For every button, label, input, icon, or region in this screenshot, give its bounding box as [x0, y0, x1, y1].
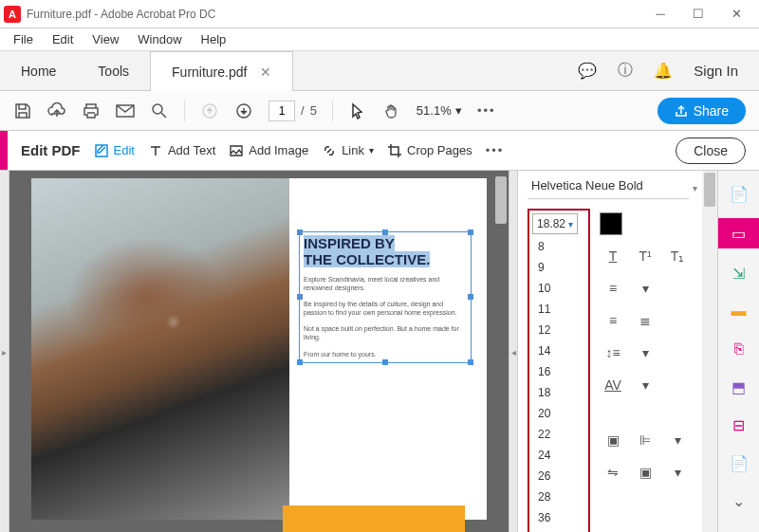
rail-redact-icon[interactable]: ⊟	[726, 412, 752, 438]
size-option[interactable]: 20	[532, 403, 585, 424]
size-option[interactable]: 28	[532, 486, 585, 507]
char-spacing-icon[interactable]: AV	[600, 374, 626, 396]
print-icon[interactable]	[82, 102, 101, 119]
size-option[interactable]: 11	[532, 299, 585, 320]
size-option[interactable]: 16	[532, 361, 585, 382]
minimize-button[interactable]: ─	[641, 0, 679, 28]
tab-home[interactable]: Home	[0, 51, 77, 91]
bell-icon[interactable]: 🔔	[654, 62, 673, 80]
format-sidepanel: Helvetica Neue Bold ▾ 18.82 ▾ 8 9 10 11 …	[518, 171, 759, 532]
size-option[interactable]: 10	[532, 278, 585, 299]
font-family-select[interactable]: Helvetica Neue Bold	[528, 176, 689, 199]
format-panel-toggle[interactable]: ◂	[509, 171, 518, 532]
sign-in-link[interactable]: Sign In	[694, 63, 738, 79]
subscript-icon[interactable]: T₁	[664, 245, 691, 267]
zoom-dropdown[interactable]: 51.1% ▾	[417, 103, 462, 118]
size-option[interactable]: 18	[532, 382, 585, 403]
chevron-down-icon: ▾	[455, 103, 462, 118]
size-option[interactable]: 12	[532, 320, 585, 340]
save-icon[interactable]	[13, 102, 32, 119]
align-justify-icon[interactable]: ≣	[632, 309, 658, 332]
share-button[interactable]: Share	[657, 98, 746, 124]
size-option[interactable]: 9	[532, 257, 585, 278]
rail-comment-icon[interactable]: ▬	[726, 298, 752, 324]
edit-pdf-bar: Edit PDF Edit Add Text Add Image Link ▾ …	[0, 131, 759, 171]
size-option[interactable]: 24	[532, 445, 585, 466]
underline-icon[interactable]: T	[600, 245, 626, 267]
page-current-input[interactable]	[268, 101, 295, 121]
tab-close-icon[interactable]: ✕	[260, 64, 271, 80]
edit-label: Edit	[114, 143, 135, 157]
rail-optimize-icon[interactable]: 📄	[726, 449, 752, 476]
image-icon	[229, 143, 244, 158]
link-icon	[322, 143, 337, 158]
menu-file[interactable]: File	[6, 30, 41, 48]
headline[interactable]: INSPIRED BY THE COLLECTIVE.	[304, 236, 467, 267]
color-swatch[interactable]	[600, 212, 622, 235]
hand-tool-icon[interactable]	[382, 102, 401, 119]
menu-help[interactable]: Help	[194, 30, 234, 48]
align-center-icon[interactable]: ≡	[600, 309, 626, 332]
next-page-icon[interactable]	[234, 102, 253, 119]
tab-document[interactable]: Furniture.pdf ✕	[150, 51, 293, 91]
align-objects-icon[interactable]: ⊫	[632, 429, 658, 451]
selected-text-frame[interactable]: INSPIRED BY THE COLLECTIVE. Explore Scan…	[299, 231, 472, 363]
select-tool-icon[interactable]	[348, 102, 367, 119]
page-indicator: / 5	[268, 101, 317, 121]
size-option[interactable]: 36	[532, 507, 585, 528]
panel-scrollbar[interactable]	[704, 173, 715, 207]
rail-edit-pdf-icon[interactable]: ▭	[718, 218, 760, 248]
doc-scrollbar[interactable]	[495, 176, 507, 224]
crop-button[interactable]: Crop Pages	[387, 143, 472, 158]
close-window-button[interactable]: ✕	[717, 0, 755, 28]
zoom-value: 51.1%	[417, 103, 452, 118]
crop-icon	[387, 143, 402, 158]
rail-create-pdf-icon[interactable]: 📄	[726, 180, 752, 207]
rail-export-pdf-icon[interactable]: ⇲	[726, 260, 752, 286]
list-options-icon[interactable]: ▾	[632, 277, 658, 300]
font-family-value: Helvetica Neue Bold	[531, 178, 643, 193]
chevron-down-icon: ▾	[369, 145, 374, 156]
prev-page-icon[interactable]	[200, 102, 219, 119]
add-image-button[interactable]: Add Image	[229, 143, 308, 158]
rail-organize-icon[interactable]: ⎘	[726, 336, 752, 362]
cloud-icon[interactable]	[47, 102, 66, 119]
help-icon[interactable]: ⓘ	[618, 61, 633, 81]
align-more-icon[interactable]: ▾	[664, 429, 691, 451]
email-icon[interactable]	[116, 104, 135, 118]
link-button[interactable]: Link ▾	[322, 143, 374, 158]
rail-expand-icon[interactable]: ⌄	[726, 487, 752, 514]
line-spacing-icon[interactable]: ↕≡	[600, 341, 626, 364]
char-options-icon[interactable]: ▾	[632, 374, 658, 396]
share-label: Share	[694, 103, 729, 119]
more-tools-icon[interactable]: •••	[477, 103, 496, 118]
font-size-combo[interactable]: 18.82 ▾ 8 9 10 11 12 14 16 18 20 22	[528, 209, 590, 532]
body-p4: From our home to yours.	[304, 350, 467, 358]
close-editbar-button[interactable]: Close	[676, 138, 746, 164]
search-icon[interactable]	[150, 102, 169, 119]
spacing-options-icon[interactable]: ▾	[632, 341, 658, 364]
superscript-icon[interactable]: T¹	[632, 245, 658, 267]
arrange-more-icon[interactable]: ▾	[664, 461, 691, 484]
more-edit-icon[interactable]: •••	[486, 143, 505, 157]
tab-tools[interactable]: Tools	[77, 51, 150, 91]
arrange-icon[interactable]: ▣	[632, 461, 658, 484]
flip-h-icon[interactable]: ⇋	[600, 461, 626, 484]
size-option[interactable]: 48	[532, 528, 585, 532]
rail-combine-icon[interactable]: ⬒	[726, 374, 752, 400]
notifications-icon[interactable]: 💬	[578, 62, 597, 80]
size-option[interactable]: 8	[532, 236, 585, 257]
crop-tool-icon[interactable]: ▣	[600, 429, 626, 451]
size-option[interactable]: 14	[532, 340, 585, 361]
size-option[interactable]: 22	[532, 424, 585, 445]
menu-view[interactable]: View	[84, 30, 126, 48]
maximize-button[interactable]: ☐	[679, 0, 717, 28]
menu-window[interactable]: Window	[130, 30, 189, 48]
edit-button[interactable]: Edit	[94, 143, 135, 158]
document-area[interactable]: INSPIRED BY THE COLLECTIVE. Explore Scan…	[9, 171, 509, 532]
left-panel-toggle[interactable]: ▸	[0, 171, 9, 532]
menu-edit[interactable]: Edit	[45, 30, 81, 48]
size-option[interactable]: 26	[532, 466, 585, 486]
add-text-button[interactable]: Add Text	[148, 143, 215, 158]
bullet-list-icon[interactable]: ≡	[600, 277, 626, 300]
